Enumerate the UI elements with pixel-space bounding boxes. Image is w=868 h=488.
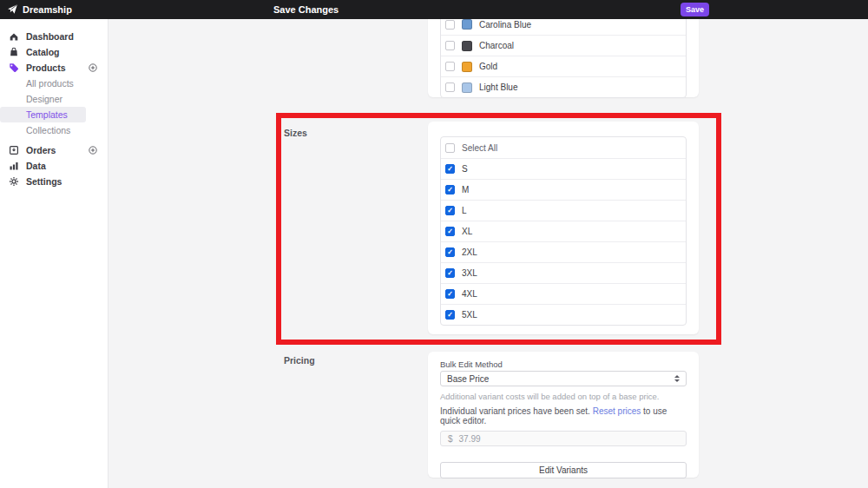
- gear-icon: [9, 176, 19, 187]
- checkbox-checked[interactable]: [445, 206, 455, 215]
- color-swatch: [462, 41, 472, 51]
- row-label: Carolina Blue: [479, 20, 531, 30]
- sidebar-item-label: All products: [26, 78, 74, 89]
- sidebar-item-label: Catalog: [26, 47, 60, 57]
- base-price-value: 37.99: [459, 434, 481, 444]
- row-label: L: [462, 206, 467, 215]
- color-swatch: [462, 82, 472, 93]
- size-option-row[interactable]: M: [441, 179, 686, 200]
- row-label: 5XL: [462, 310, 477, 320]
- bulk-edit-helper-text: Additional variant costs will be added o…: [440, 392, 687, 401]
- main-content: Carolina BlueCharcoalGoldLight Blue Size…: [108, 19, 868, 488]
- colors-list: Carolina BlueCharcoalGoldLight Blue: [440, 19, 687, 98]
- sidebar-item-dashboard[interactable]: Dashboard: [0, 29, 108, 44]
- checkbox-checked[interactable]: [445, 310, 455, 320]
- sidebar-item-products[interactable]: Products: [0, 60, 108, 76]
- checkbox-checked[interactable]: [445, 227, 455, 236]
- sidebar-item-templates[interactable]: Templates: [0, 107, 86, 122]
- dreamship-logo-icon: [7, 3, 18, 16]
- sidebar-item-label: Settings: [26, 176, 62, 187]
- bulk-edit-method-value: Base Price: [447, 374, 674, 384]
- select-stepper-icon: [674, 375, 680, 382]
- inbox-icon: [9, 145, 19, 155]
- tag-icon: [9, 63, 19, 73]
- sidebar-item-label: Designer: [26, 94, 62, 104]
- row-label: Gold: [479, 62, 497, 71]
- checkbox-unchecked[interactable]: [445, 62, 455, 71]
- checkbox-checked[interactable]: [445, 289, 455, 299]
- sidebar-item-label: Templates: [26, 109, 68, 120]
- currency-symbol: $: [448, 434, 453, 444]
- sidebar-item-collections[interactable]: Collections: [0, 122, 108, 138]
- sidebar-item-label: Orders: [26, 145, 56, 155]
- sidebar-item-designer[interactable]: Designer: [0, 91, 108, 107]
- color-option-row[interactable]: Gold: [441, 56, 686, 76]
- select-all-row[interactable]: Select All: [441, 137, 686, 158]
- row-label: 2XL: [462, 247, 477, 257]
- sidebar-item-label: Data: [26, 161, 46, 171]
- page-title: Save Changes: [273, 4, 339, 15]
- bulk-edit-method-label: Bulk Edit Method: [440, 359, 687, 369]
- checkbox-checked[interactable]: [445, 164, 455, 174]
- sidebar-item-all-products[interactable]: All products: [0, 76, 108, 91]
- bulk-edit-method-select[interactable]: Base Price: [440, 371, 687, 386]
- bag-icon: [9, 47, 19, 57]
- reset-prices-link[interactable]: Reset prices: [593, 406, 641, 416]
- notice-prefix: Individual variant prices have been set.: [440, 406, 590, 416]
- topbar: Dreamship Save Changes Save: [0, 0, 868, 19]
- brand-name: Dreamship: [23, 4, 72, 15]
- row-label: Select All: [462, 143, 497, 153]
- size-option-row[interactable]: L: [441, 200, 686, 221]
- plus-circle-icon[interactable]: [89, 63, 97, 72]
- row-label: Charcoal: [479, 41, 514, 50]
- brand[interactable]: Dreamship: [7, 0, 72, 19]
- chart-icon: [9, 161, 19, 171]
- colors-card: Carolina BlueCharcoalGoldLight Blue: [428, 19, 699, 97]
- pricing-section-label: Pricing: [284, 355, 315, 366]
- sizes-section-label: Sizes: [284, 128, 307, 138]
- home-icon: [9, 31, 19, 42]
- save-button[interactable]: Save: [681, 3, 709, 16]
- color-option-row[interactable]: Carolina Blue: [441, 19, 686, 35]
- checkbox-unchecked[interactable]: [445, 143, 455, 153]
- row-label: Light Blue: [479, 82, 517, 92]
- size-option-row[interactable]: 5XL: [441, 304, 686, 325]
- checkbox-checked[interactable]: [445, 247, 455, 257]
- sizes-list: Select AllSMLXL2XL3XL4XL5XL: [440, 136, 687, 326]
- sidebar-item-label: Dashboard: [26, 31, 74, 42]
- row-label: M: [462, 185, 469, 195]
- pricing-card: Bulk Edit Method Base Price Additional v…: [428, 352, 699, 478]
- sidebar-item-data[interactable]: Data: [0, 158, 108, 174]
- edit-variants-button[interactable]: Edit Variants: [440, 462, 687, 478]
- base-price-input[interactable]: $ 37.99: [440, 431, 687, 446]
- sizes-card: Select AllSMLXL2XL3XL4XL5XL: [428, 122, 699, 334]
- checkbox-unchecked[interactable]: [445, 20, 455, 30]
- plus-circle-icon[interactable]: [89, 146, 97, 155]
- checkbox-checked[interactable]: [445, 185, 455, 195]
- size-option-row[interactable]: 3XL: [441, 262, 686, 283]
- variant-price-notice: Individual variant prices have been set.…: [440, 406, 687, 425]
- row-label: 4XL: [462, 289, 477, 299]
- sidebar-item-label: Products: [26, 63, 66, 73]
- checkbox-checked[interactable]: [445, 268, 455, 278]
- sidebar-item-label: Collections: [26, 125, 70, 135]
- checkbox-unchecked[interactable]: [445, 41, 455, 50]
- size-option-row[interactable]: XL: [441, 221, 686, 241]
- size-option-row[interactable]: 2XL: [441, 241, 686, 262]
- row-label: XL: [462, 227, 472, 236]
- size-option-row[interactable]: 4XL: [441, 283, 686, 304]
- color-swatch: [462, 62, 472, 72]
- sidebar: DashboardCatalogProductsAll productsDesi…: [0, 19, 108, 488]
- color-swatch: [462, 19, 472, 30]
- sidebar-item-orders[interactable]: Orders: [0, 142, 108, 158]
- row-label: S: [462, 164, 468, 174]
- sidebar-item-catalog[interactable]: Catalog: [0, 44, 108, 60]
- size-option-row[interactable]: S: [441, 158, 686, 179]
- color-option-row[interactable]: Light Blue: [441, 76, 686, 97]
- color-option-row[interactable]: Charcoal: [441, 35, 686, 56]
- checkbox-unchecked[interactable]: [445, 82, 455, 92]
- row-label: 3XL: [462, 268, 477, 278]
- sidebar-item-settings[interactable]: Settings: [0, 174, 108, 189]
